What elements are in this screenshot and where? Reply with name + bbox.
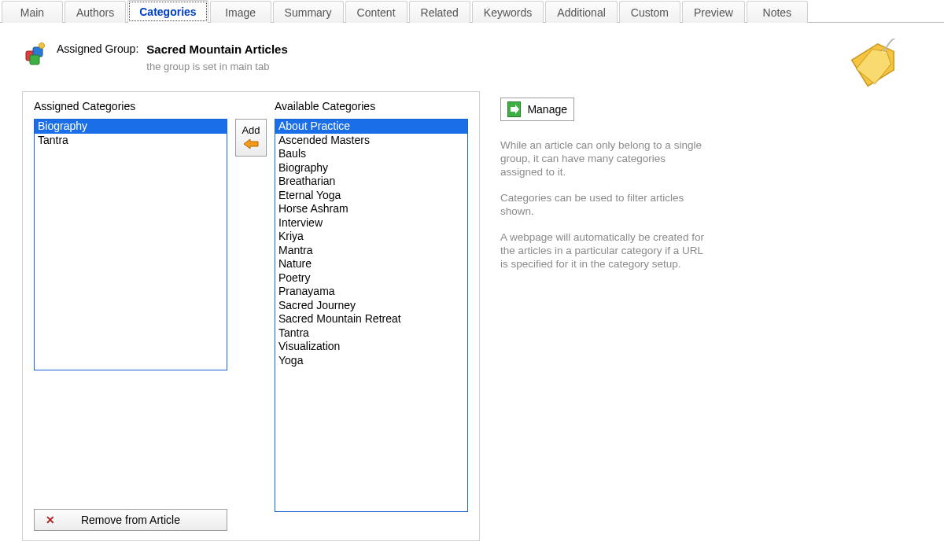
available-categories-list[interactable]: About PracticeAscended MastersBaulsBiogr… bbox=[275, 119, 468, 512]
arrow-right-icon bbox=[507, 101, 521, 117]
info-paragraph-2: Categories can be used to filter article… bbox=[500, 191, 705, 218]
tab-categories[interactable]: Categories bbox=[127, 0, 208, 23]
tab-authors[interactable]: Authors bbox=[65, 1, 126, 23]
list-item[interactable]: Tantra bbox=[275, 326, 467, 341]
svg-point-3 bbox=[39, 43, 45, 49]
tab-main[interactable]: Main bbox=[2, 1, 63, 23]
list-item[interactable]: Tantra bbox=[35, 134, 227, 148]
tab-image[interactable]: Image bbox=[210, 1, 271, 23]
assigned-categories-title: Assigned Categories bbox=[34, 100, 227, 114]
list-item[interactable]: Sacred Mountain Retreat bbox=[275, 312, 467, 326]
list-item[interactable]: Visualization bbox=[275, 340, 467, 354]
info-paragraph-3: A webpage will automatically be created … bbox=[500, 230, 705, 271]
tab-bar: MainAuthorsCategoriesImageSummaryContent… bbox=[0, 0, 944, 23]
tab-content[interactable]: Content bbox=[345, 1, 407, 23]
list-item[interactable]: Biography bbox=[35, 120, 227, 134]
info-text: While an article can only belong to a si… bbox=[500, 138, 705, 271]
remove-button[interactable]: ✕ Remove from Article bbox=[34, 509, 227, 531]
list-item[interactable]: Mantra bbox=[275, 244, 467, 258]
tab-notes[interactable]: Notes bbox=[747, 1, 808, 23]
manage-button[interactable]: Manage bbox=[500, 98, 574, 121]
tab-summary[interactable]: Summary bbox=[273, 1, 344, 23]
tag-icon bbox=[839, 39, 909, 91]
delete-icon: ✕ bbox=[46, 514, 55, 526]
info-paragraph-1: While an article can only belong to a si… bbox=[500, 138, 705, 179]
arrow-left-icon bbox=[242, 138, 260, 152]
remove-button-label: Remove from Article bbox=[81, 514, 180, 526]
list-item[interactable]: Breatharian bbox=[275, 175, 467, 189]
assigned-group-hint: the group is set in main tab bbox=[146, 61, 288, 72]
list-item[interactable]: Poetry bbox=[275, 271, 467, 286]
list-item[interactable]: Kriya bbox=[275, 230, 467, 244]
list-item[interactable]: Ascended Masters bbox=[275, 134, 467, 148]
assigned-categories-list[interactable]: BiographyTantra bbox=[34, 119, 227, 370]
add-button-label: Add bbox=[242, 124, 260, 136]
page-body: Assigned Group: Sacred Mountain Articles… bbox=[0, 23, 944, 541]
list-item[interactable]: About Practice bbox=[275, 120, 467, 134]
list-item[interactable]: Biography bbox=[275, 161, 467, 175]
main-area: Assigned Categories BiographyTantra Add bbox=[22, 91, 944, 541]
tab-related[interactable]: Related bbox=[409, 1, 470, 23]
assigned-group-row: Assigned Group: Sacred Mountain Articles… bbox=[22, 40, 944, 72]
available-categories-title: Available Categories bbox=[275, 100, 468, 114]
tab-preview[interactable]: Preview bbox=[682, 1, 745, 23]
tab-custom[interactable]: Custom bbox=[619, 1, 680, 23]
list-item[interactable]: Yoga bbox=[275, 354, 467, 368]
add-button[interactable]: Add bbox=[235, 119, 267, 157]
list-item[interactable]: Eternal Yoga bbox=[275, 189, 467, 203]
list-item[interactable]: Bauls bbox=[275, 147, 467, 161]
assigned-group-label: Assigned Group: bbox=[57, 40, 138, 55]
list-item[interactable]: Pranayama bbox=[275, 285, 467, 299]
list-item[interactable]: Horse Ashram bbox=[275, 202, 467, 216]
list-item[interactable]: Interview bbox=[275, 216, 467, 230]
tab-additional[interactable]: Additional bbox=[545, 1, 618, 23]
list-item[interactable]: Nature bbox=[275, 257, 467, 271]
info-column: Manage While an article can only belong … bbox=[500, 91, 705, 283]
assigned-group-name: Sacred Mountain Articles bbox=[146, 40, 288, 56]
svg-rect-2 bbox=[30, 55, 39, 64]
manage-button-label: Manage bbox=[527, 103, 567, 116]
assigned-group-column: Sacred Mountain Articles the group is se… bbox=[146, 40, 288, 72]
group-icon bbox=[22, 40, 50, 68]
list-item[interactable]: Sacred Journey bbox=[275, 299, 467, 313]
tab-keywords[interactable]: Keywords bbox=[472, 1, 544, 23]
categories-groupbox: Assigned Categories BiographyTantra Add bbox=[22, 91, 480, 541]
